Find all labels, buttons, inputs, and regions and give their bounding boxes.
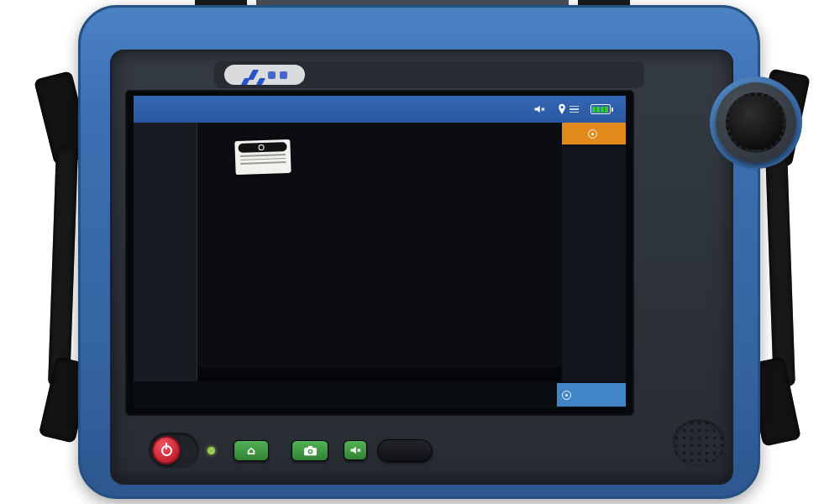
bottom-menu [134, 381, 626, 408]
screen-content [134, 96, 626, 408]
mute-icon[interactable] [533, 104, 546, 114]
menu-corner-frequency[interactable] [557, 383, 626, 407]
front-panel: ⌂ [110, 50, 733, 485]
nav-keypad [638, 176, 735, 258]
volume-rocker[interactable] [377, 439, 433, 462]
power-icon [161, 445, 172, 456]
frequency-icon [562, 391, 571, 400]
rotary-knob-housing [710, 76, 802, 169]
chart-footer [197, 368, 562, 381]
speaker-grille [673, 419, 725, 466]
menu-items [135, 383, 554, 407]
power-led [207, 447, 215, 454]
brand-bar [214, 61, 644, 88]
softkey-header-span[interactable] [562, 123, 626, 144]
right-panel [562, 123, 626, 381]
analyzer-device: ⌂ [78, 5, 760, 499]
power-housing [149, 433, 199, 468]
camera-icon [303, 445, 318, 456]
rotary-knob[interactable] [726, 92, 786, 153]
brand-logo [224, 65, 305, 85]
home-icon: ⌂ [247, 444, 255, 457]
screen [125, 90, 634, 416]
left-strap [48, 147, 78, 387]
device-photo: ⌂ [0, 0, 824, 504]
toolbar [134, 96, 626, 123]
right-strap [765, 151, 795, 387]
left-panel [134, 123, 197, 381]
hardware-row: ⌂ [149, 431, 703, 470]
gps-pin-icon[interactable] [558, 103, 566, 115]
mute-button[interactable] [344, 440, 367, 460]
status-area [533, 103, 626, 115]
sweep-icon [588, 129, 597, 139]
battery-icon [590, 104, 611, 114]
power-button[interactable] [152, 436, 181, 465]
home-button[interactable]: ⌂ [234, 440, 269, 461]
camera-button[interactable] [291, 440, 328, 461]
gps-status-lines [569, 106, 579, 113]
speaker-mute-icon [349, 445, 362, 455]
front-sticker [234, 139, 291, 175]
